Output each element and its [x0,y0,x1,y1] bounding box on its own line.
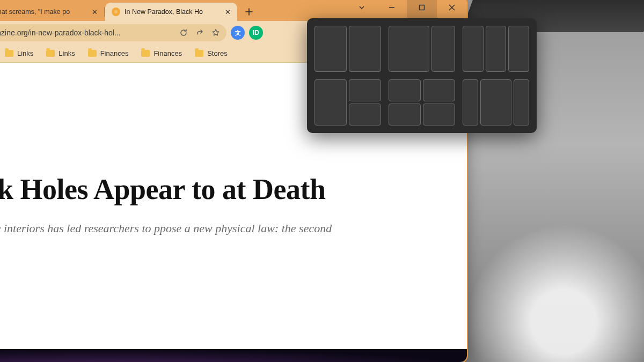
tab-1[interactable]: What screams, "I make po ✕ [0,3,104,21]
snap-zone[interactable] [349,104,381,125]
snap-zone[interactable] [463,79,478,125]
folder-icon [5,50,13,57]
address-bar[interactable]: uantamagazine.org/in-new-paradox-black-h… [0,24,226,41]
bookmark-label: Links [17,49,33,57]
tab-title: In New Paradox, Black Ho [125,8,219,16]
bookmark-folder-finances[interactable]: Finances [83,47,134,60]
bookmark-label: Stores [207,49,228,57]
snap-zone[interactable] [314,26,347,72]
snap-layout-side-by-side[interactable] [314,26,381,72]
bookmark-star-icon[interactable] [210,27,221,38]
snap-zone[interactable] [480,79,511,125]
bookmark-label: Links [58,49,75,57]
article-hero-image [0,349,467,362]
bookmark-folder-links[interactable]: Links [0,47,39,60]
new-tab-button[interactable] [241,4,257,19]
bookmark-folder-links[interactable]: Links [41,47,80,60]
snap-zone[interactable] [423,104,455,125]
snap-zone[interactable] [389,104,421,125]
close-icon[interactable]: ✕ [223,8,232,16]
window-caret-button[interactable] [347,0,377,18]
article-kicker[interactable]: THEORY [0,154,392,162]
snap-layouts-flyout [307,18,537,133]
share-icon[interactable] [194,27,205,38]
snap-layout-left-stack[interactable] [314,79,381,125]
tab-2-active[interactable]: In New Paradox, Black Ho ✕ [105,3,237,21]
folder-icon [195,50,203,57]
reload-icon[interactable] [178,27,189,38]
snap-zone[interactable] [508,26,529,72]
bookmark-label: Finances [153,49,182,57]
close-window-button[interactable] [437,0,467,18]
quanta-icon [112,8,120,16]
snap-zone[interactable] [349,26,381,72]
snap-layout-quarters[interactable] [389,79,455,125]
extension-id-icon[interactable]: ID [249,26,263,40]
folder-icon [141,50,150,57]
article: THEORY aradox, Black Holes Appear to at … [0,154,392,256]
minimize-button[interactable] [377,0,407,18]
snap-layout-70-30[interactable] [389,26,455,72]
snap-zone[interactable] [423,79,455,101]
snap-zone[interactable] [389,26,429,72]
folder-icon [46,50,55,57]
article-dek: e puzzling behavior of black hole interi… [0,219,338,256]
bookmark-folder-finances[interactable]: Finances [136,47,187,60]
bookmark-folder-stores[interactable]: Stores [189,47,233,60]
svg-rect-0 [420,5,425,10]
snap-zone[interactable] [486,26,507,72]
url-text: uantamagazine.org/in-new-paradox-black-h… [0,28,173,37]
snap-zone[interactable] [389,79,421,101]
snap-zone[interactable] [514,79,529,125]
snap-layout-thirds[interactable] [463,26,529,72]
tab-title: What screams, "I make po [0,8,86,16]
google-translate-icon[interactable]: 文 [231,26,245,40]
snap-layout-center-wide[interactable] [463,79,529,125]
article-headline: aradox, Black Holes Appear to at Death [0,174,392,205]
bookmark-label: Finances [100,49,129,57]
snap-zone[interactable] [463,26,484,72]
snap-zone[interactable] [314,79,347,125]
snap-zone[interactable] [349,79,381,101]
folder-icon [88,50,97,57]
close-icon[interactable]: ✕ [90,8,99,16]
maximize-button[interactable] [407,0,437,18]
snap-zone[interactable] [431,26,455,72]
